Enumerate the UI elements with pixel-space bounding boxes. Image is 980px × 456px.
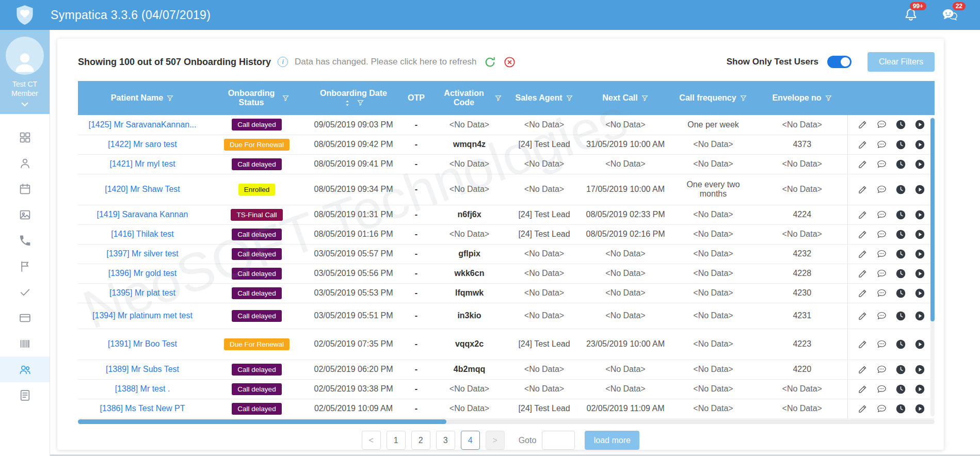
history-button[interactable] <box>895 311 906 321</box>
edit-button[interactable] <box>857 229 868 240</box>
history-button[interactable] <box>895 364 906 375</box>
filter-icon[interactable] <box>566 94 573 102</box>
page-button-2[interactable]: 2 <box>411 431 430 450</box>
comment-button[interactable] <box>876 403 887 414</box>
comment-button[interactable] <box>876 119 887 130</box>
filter-icon[interactable] <box>357 99 364 107</box>
comment-button[interactable] <box>876 288 887 299</box>
filter-icon[interactable] <box>166 94 174 102</box>
play-button[interactable] <box>914 364 925 375</box>
page-button-4[interactable]: 4 <box>461 431 480 450</box>
refresh-notice[interactable]: Data has changed. Please click here to r… <box>295 57 476 67</box>
play-button[interactable] <box>914 119 925 130</box>
sidebar-item-tasks[interactable] <box>0 279 50 305</box>
edit-button[interactable] <box>857 249 868 259</box>
sort-icon[interactable] <box>343 99 351 107</box>
sidebar-item-patients[interactable] <box>0 150 50 176</box>
comment-button[interactable] <box>876 184 887 195</box>
profile-expand-chevron-icon[interactable] <box>3 100 46 109</box>
filter-icon[interactable] <box>825 94 832 102</box>
play-button[interactable] <box>914 209 925 220</box>
history-button[interactable] <box>895 119 906 130</box>
play-button[interactable] <box>914 249 925 259</box>
history-button[interactable] <box>895 139 906 150</box>
comment-button[interactable] <box>876 249 887 259</box>
comment-button[interactable] <box>876 384 887 395</box>
page-button-1[interactable]: 1 <box>387 431 406 450</box>
sidebar-item-forms[interactable] <box>0 382 50 408</box>
edit-button[interactable] <box>857 159 868 170</box>
history-button[interactable] <box>895 209 906 220</box>
notification-bell-icon[interactable]: 99+ <box>903 7 919 23</box>
patient-link[interactable]: [1391] Mr Boo Test <box>108 339 177 348</box>
patient-link[interactable]: [1389] Mr Subs Test <box>106 365 179 373</box>
sidebar-item-payments[interactable] <box>0 305 50 331</box>
sidebar-item-reports[interactable] <box>0 253 50 279</box>
sidebar-item-dashboard[interactable] <box>0 124 50 150</box>
patient-link[interactable]: [1416] Thilak test <box>111 230 174 238</box>
sidebar-item-calendar[interactable] <box>0 176 50 202</box>
show-test-users-toggle[interactable] <box>827 56 852 68</box>
play-button[interactable] <box>914 288 925 299</box>
comment-button[interactable] <box>876 268 887 279</box>
patient-link[interactable]: [1395] Mr plat test <box>109 288 175 297</box>
play-button[interactable] <box>914 268 925 279</box>
play-button[interactable] <box>914 184 925 195</box>
history-button[interactable] <box>895 339 906 350</box>
horizontal-scrollbar[interactable] <box>78 419 935 424</box>
comment-button[interactable] <box>876 339 887 350</box>
play-button[interactable] <box>914 311 925 321</box>
sidebar-item-members[interactable] <box>0 356 50 382</box>
play-button[interactable] <box>914 403 925 414</box>
history-button[interactable] <box>895 249 906 259</box>
edit-button[interactable] <box>857 311 868 321</box>
edit-button[interactable] <box>857 384 868 395</box>
vertical-scrollbar-thumb[interactable] <box>930 118 935 321</box>
filter-icon[interactable] <box>641 94 649 102</box>
filter-icon[interactable] <box>282 94 290 102</box>
patient-link[interactable]: [1422] Mr saro test <box>108 140 176 149</box>
patient-link[interactable]: [1421] Mr myl test <box>109 159 175 168</box>
horizontal-scrollbar-thumb[interactable] <box>78 419 446 424</box>
edit-button[interactable] <box>857 364 868 375</box>
edit-button[interactable] <box>857 139 868 150</box>
load-more-button[interactable]: load more <box>585 431 639 450</box>
history-button[interactable] <box>895 384 906 395</box>
history-button[interactable] <box>895 159 906 170</box>
edit-button[interactable] <box>857 268 868 279</box>
play-button[interactable] <box>914 384 925 395</box>
play-button[interactable] <box>914 159 925 170</box>
comment-button[interactable] <box>876 364 887 375</box>
patient-link[interactable]: [1419] Saravana Kannan <box>97 210 188 219</box>
play-button[interactable] <box>914 229 925 240</box>
edit-button[interactable] <box>857 184 868 195</box>
user-avatar[interactable] <box>6 37 44 75</box>
prev-page-button[interactable]: < <box>362 431 381 450</box>
history-button[interactable] <box>895 288 906 299</box>
play-button[interactable] <box>914 339 925 350</box>
patient-link[interactable]: [1386] Ms Test New PT <box>100 404 185 413</box>
clear-filters-button[interactable]: Clear Filters <box>867 52 935 72</box>
patient-link[interactable]: [1394] Mr platinum met test <box>92 311 192 320</box>
patient-link[interactable]: [1397] Mr silver test <box>106 249 179 258</box>
page-button-3[interactable]: 3 <box>436 431 455 450</box>
comment-button[interactable] <box>876 311 887 321</box>
comment-button[interactable] <box>876 209 887 220</box>
sidebar-item-calls[interactable] <box>0 227 50 253</box>
comment-button[interactable] <box>876 159 887 170</box>
patient-link[interactable]: [1420] Mr Shaw Test <box>105 185 180 193</box>
play-button[interactable] <box>914 139 925 150</box>
edit-button[interactable] <box>857 288 868 299</box>
comment-button[interactable] <box>876 139 887 150</box>
filter-icon[interactable] <box>740 94 747 102</box>
refresh-button[interactable] <box>484 56 496 69</box>
edit-button[interactable] <box>857 209 868 220</box>
sidebar-item-gallery[interactable] <box>0 202 50 227</box>
edit-button[interactable] <box>857 339 868 350</box>
patient-link[interactable]: [1396] Mr gold test <box>108 269 177 278</box>
chat-icon[interactable]: 22 <box>942 7 958 23</box>
goto-input[interactable] <box>542 431 575 450</box>
history-button[interactable] <box>895 403 906 414</box>
sidebar-item-barcode[interactable] <box>0 331 50 356</box>
history-button[interactable] <box>895 184 906 195</box>
